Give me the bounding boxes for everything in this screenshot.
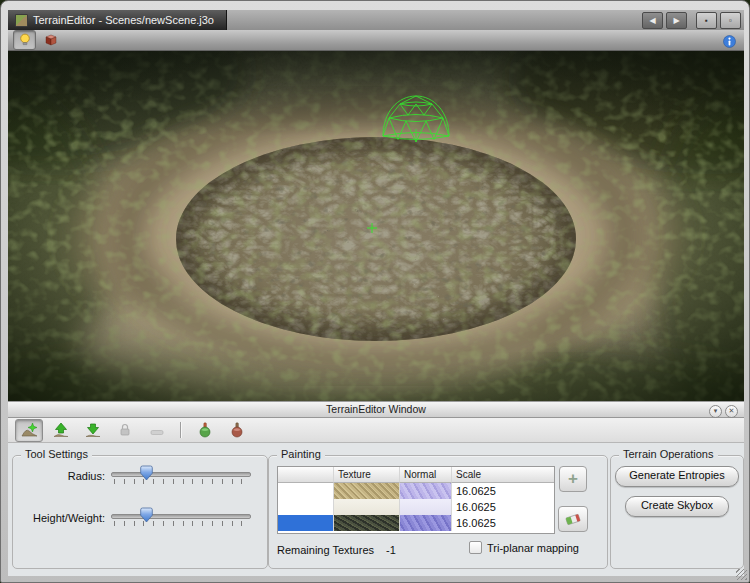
header-empty[interactable] [278,467,334,483]
paint-texture-icon [197,422,213,438]
tool-settings-title: Tool Settings [21,448,92,460]
smooth-terrain-icon [149,422,165,438]
panel-settings-button[interactable]: ▾ [709,405,722,418]
scene-viewport[interactable] [8,51,744,401]
scale-value[interactable]: 16.0625 [452,499,554,515]
normal-thumbnail[interactable] [400,483,451,499]
normal-thumbnail[interactable] [400,499,451,515]
texture-thumbnail[interactable] [334,515,399,531]
remaining-textures: Remaining Textures -1 [277,544,396,556]
tab-terrain-editor[interactable]: TerrainEditor - Scenes/newScene.j3o [8,10,227,30]
erase-texture-icon [229,422,245,438]
toolbar-separator [180,422,182,438]
terrain-editor-panel-body: Tool Settings Radius: Height/Weight: Pai… [8,443,744,576]
maximize-window-button[interactable]: ▫ [720,12,741,29]
texture-row-1[interactable]: 16.0625 [278,483,554,499]
terrain-file-icon [15,14,28,27]
row-select-cell[interactable] [278,499,334,515]
terrain-brush-icon [21,422,38,438]
tool-settings-group: Tool Settings Radius: Height/Weight: [12,455,268,569]
painting-title: Painting [277,448,325,460]
tool-smooth-terrain-button[interactable] [143,419,171,442]
row-select-cell[interactable] [278,483,334,499]
tab-title: TerrainEditor - Scenes/newScene.j3o [33,14,214,26]
tab-bar-controls: ◀ ▶ ▪ ▫ [642,12,741,29]
triplanar-row: Tri-planar mapping [469,541,579,554]
terrain-render [8,51,744,401]
radius-label: Radius: [15,470,105,482]
resize-grip[interactable] [736,569,747,580]
height-weight-slider-track[interactable] [111,514,251,519]
generate-entropies-button[interactable]: Generate Entropies [615,466,739,487]
scene-cube-button[interactable] [40,31,61,49]
lightbulb-toggle-button[interactable] [13,30,36,50]
lightbulb-icon [18,33,32,48]
triplanar-checkbox[interactable] [469,541,482,554]
texture-thumbnail[interactable] [334,499,399,515]
radius-slider-track[interactable] [111,472,251,477]
tool-lower-terrain-button[interactable] [79,419,107,442]
lock-icon [117,422,133,438]
normal-thumbnail[interactable] [400,515,451,531]
height-weight-slider-thumb[interactable] [140,507,153,523]
tool-raise-terrain-button[interactable] [47,419,75,442]
radius-slider[interactable] [111,465,251,491]
texture-row-3[interactable]: 16.0625 [278,515,554,531]
info-icon [723,35,736,48]
header-scale[interactable]: Scale [452,467,554,483]
tool-level-terrain-button[interactable] [111,419,139,442]
info-button[interactable] [723,34,736,47]
scroll-tabs-right-button[interactable]: ▶ [666,12,687,29]
terrain-tools-toolbar [8,418,744,443]
height-weight-label: Height/Weight: [15,512,105,524]
add-texture-button[interactable]: + [559,466,587,492]
create-skybox-button[interactable]: Create Skybox [625,496,729,517]
tool-paint-texture-button[interactable] [191,419,219,442]
texture-row-2[interactable]: 16.0625 [278,499,554,515]
remove-texture-button[interactable] [558,506,588,532]
header-texture[interactable]: Texture [334,467,400,483]
app-window: TerrainEditor - Scenes/newScene.j3o ◀ ▶ … [0,0,750,583]
document-tab-bar: TerrainEditor - Scenes/newScene.j3o ◀ ▶ … [8,10,744,31]
remaining-textures-value: -1 [386,544,396,556]
terrain-operations-group: Terrain Operations Generate Entropies Cr… [610,455,744,569]
scale-value[interactable]: 16.0625 [452,483,554,499]
row-select-cell[interactable] [278,515,334,531]
tool-erase-texture-button[interactable] [223,419,251,442]
scale-value[interactable]: 16.0625 [452,515,554,531]
painting-group: Painting Texture Normal Scale 16.0625 [268,455,608,569]
main-toolbar [8,30,744,51]
cube-icon [44,33,58,47]
header-normal[interactable]: Normal [400,467,452,483]
eraser-icon [564,512,582,527]
radius-slider-ticks [114,479,248,484]
tool-modify-terrain-button[interactable] [15,419,43,442]
raise-terrain-icon [53,422,69,438]
lower-terrain-icon [85,422,101,438]
triplanar-label: Tri-planar mapping [487,542,579,554]
panel-close-button[interactable]: ✕ [725,405,738,418]
minimize-window-group-button[interactable]: ▪ [696,12,717,29]
terrain-editor-panel-header[interactable]: TerrainEditor Window ▾ ✕ [8,401,744,418]
radius-slider-thumb[interactable] [140,465,153,481]
remaining-textures-label: Remaining Textures [277,544,374,556]
height-weight-slider-ticks [114,521,248,526]
texture-table-header: Texture Normal Scale [278,467,554,483]
scroll-tabs-left-button[interactable]: ◀ [642,12,663,29]
terrain-operations-title: Terrain Operations [619,448,718,460]
texture-table: Texture Normal Scale 16.0625 16.0625 [277,466,555,534]
height-weight-slider[interactable] [111,507,251,533]
panel-title: TerrainEditor Window [326,403,426,415]
texture-thumbnail[interactable] [334,483,399,499]
